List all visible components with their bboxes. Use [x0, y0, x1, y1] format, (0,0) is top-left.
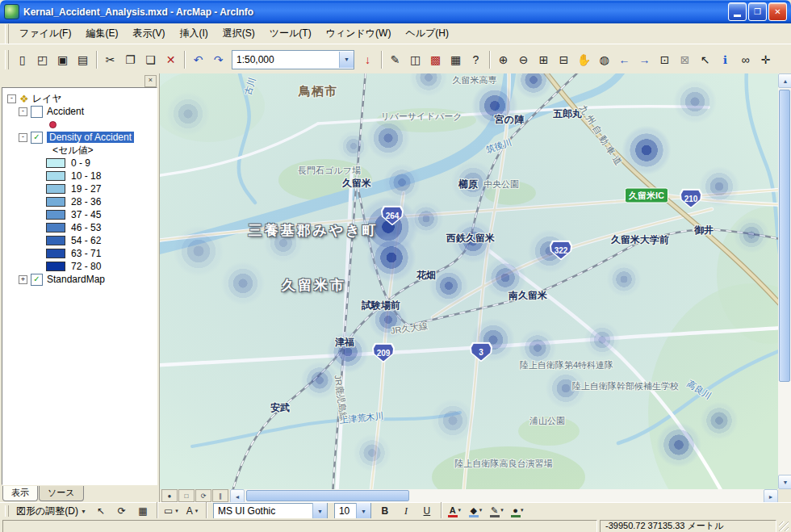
font-color-button[interactable]: A▾ [445, 502, 466, 520]
expand-icon[interactable]: + [19, 275, 27, 284]
drawing-menu-button[interactable]: 図形の調整(D) ▼ [12, 505, 90, 518]
toc-tab-0[interactable]: 表示 [2, 486, 38, 501]
combo-dropdown-icon[interactable]: ▼ [339, 52, 354, 68]
standardmap-checkbox[interactable]: ✓ [31, 274, 43, 286]
b-button[interactable]: B [375, 504, 396, 519]
combo-dropdown-icon[interactable]: ▼ [356, 503, 370, 519]
identify-button[interactable]: ℹ [715, 50, 735, 69]
line-color-button[interactable]: ✎▾ [487, 502, 508, 520]
save-button[interactable]: ▣ [52, 50, 73, 69]
marker-color-button[interactable]: ●▾ [508, 502, 529, 520]
chevron-down-icon: ▼ [81, 509, 86, 514]
pan-button[interactable]: ✋ [574, 50, 594, 69]
vertical-scroll-track[interactable] [778, 88, 791, 475]
menu-item-3[interactable]: 挿入(I) [172, 24, 215, 43]
toc-tab-1[interactable]: ソース [39, 486, 84, 501]
layout-view-button[interactable]: □ [178, 489, 195, 502]
point-symbol-icon[interactable] [49, 121, 56, 128]
menu-item-2[interactable]: 表示(V) [125, 24, 172, 43]
toc-header[interactable]: × [2, 74, 157, 86]
map-vertical-scrollbar[interactable]: ▲ ▼ [778, 73, 791, 489]
horizontal-scroll-thumb[interactable] [246, 490, 409, 501]
font-size-combo[interactable]: 10 ▼ [334, 503, 371, 520]
new-rectangle-button[interactable]: ▭▾ [161, 504, 182, 519]
u-button[interactable]: U [416, 504, 437, 519]
horizontal-scroll-track[interactable] [245, 489, 764, 502]
new-map-button[interactable]: ▯ [12, 50, 32, 69]
arctoolbox-button[interactable]: ▩ [425, 50, 446, 69]
density-checkbox[interactable]: ✓ [31, 132, 43, 144]
combo-dropdown-icon[interactable]: ▼ [312, 503, 327, 519]
collapse-icon[interactable]: - [19, 133, 27, 142]
resize-grip[interactable] [779, 522, 789, 531]
toc-close-button[interactable]: × [144, 75, 157, 87]
menu-item-6[interactable]: ウィンドウ(W) [319, 24, 399, 43]
forward-extent-button[interactable]: → [634, 50, 655, 69]
map-horizontal-scrollbar[interactable]: ◄ ► [230, 489, 778, 502]
restore-button[interactable]: ❐ [748, 2, 767, 21]
standardmap-layer-label[interactable]: StandardMap [47, 274, 105, 285]
toc-row-layers[interactable]: - ❖ レイヤ [2, 92, 157, 105]
pause-drawing-button[interactable]: ∥ [212, 489, 228, 502]
i-button[interactable]: I [396, 504, 416, 519]
scroll-down-button[interactable]: ▼ [778, 475, 791, 489]
copy-button[interactable]: ❐ [120, 50, 140, 69]
menu-grip[interactable] [5, 24, 9, 44]
menu-item-5[interactable]: ツール(T) [262, 24, 319, 43]
zoom-in-button[interactable]: ⊕ [493, 50, 513, 69]
draw-edit-vertices-button[interactable]: ▦ [132, 504, 153, 519]
menu-item-7[interactable]: ヘルプ(H) [398, 24, 456, 43]
redo-button[interactable]: ↷ [208, 50, 228, 69]
draw-select-elements-button[interactable]: ↖ [90, 504, 111, 519]
toolbar-grip[interactable] [5, 50, 9, 69]
print-button[interactable]: ▤ [73, 50, 93, 69]
vertical-scroll-thumb[interactable] [779, 90, 790, 382]
scroll-up-button[interactable]: ▲ [778, 73, 791, 88]
font-combo[interactable]: MS UI Gothic ▼ [213, 503, 328, 520]
menu-item-4[interactable]: 選択(S) [216, 24, 262, 43]
legend-label: 63 - 71 [71, 248, 101, 259]
full-extent-button[interactable]: ◍ [594, 50, 614, 69]
accident-layer-label[interactable]: Accident [47, 106, 84, 117]
fixed-zoom-out-button[interactable]: ⊟ [554, 50, 574, 69]
clear-selection-button[interactable]: ⊠ [675, 50, 695, 69]
data-view-button[interactable]: ● [161, 489, 178, 502]
back-extent-button[interactable]: ← [614, 50, 634, 69]
arccatalog-button[interactable]: ◫ [405, 50, 425, 69]
minimize-button[interactable] [728, 2, 747, 21]
delete-button[interactable]: ✕ [161, 50, 181, 69]
cut-button[interactable]: ✂ [100, 50, 120, 69]
select-features-button[interactable]: ⊡ [655, 50, 675, 69]
collapse-icon[interactable]: - [7, 94, 16, 103]
collapse-icon[interactable]: - [19, 107, 27, 116]
menu-item-0[interactable]: ファイル(F) [12, 24, 78, 43]
close-button[interactable]: ✕ [768, 2, 787, 21]
scale-combo[interactable]: 1:50,000▼ [232, 50, 354, 69]
refresh-view-button[interactable]: ⟳ [195, 489, 211, 502]
draw-rotate-button[interactable]: ⟳ [111, 504, 132, 519]
menu-item-1[interactable]: 編集(E) [78, 24, 125, 43]
editor-toolbar-button[interactable]: ✎ [385, 50, 405, 69]
paste-button[interactable]: ❏ [140, 50, 161, 69]
fixed-zoom-in-button[interactable]: ⊞ [534, 50, 554, 69]
fill-color-button[interactable]: ◆▾ [466, 502, 487, 520]
toc-row-accident[interactable]: - Accident [2, 105, 157, 118]
add-data-button[interactable]: ↓ [358, 50, 378, 69]
command-window-button[interactable]: ▦ [446, 50, 466, 69]
accident-checkbox[interactable] [31, 106, 43, 118]
toc-row-standardmap[interactable]: + ✓ StandardMap [2, 273, 157, 286]
toc-row-density[interactable]: - ✓ Density of Accident [2, 131, 157, 144]
legend-item: 0 - 9 [2, 157, 157, 170]
find-button[interactable]: ∞ [735, 50, 755, 69]
help-button[interactable]: ? [466, 50, 486, 69]
undo-button[interactable]: ↶ [188, 50, 208, 69]
map-canvas[interactable]: 久留米IC 古川鳥栖市久留米高専リバーサイドパーク宮の陣五郎丸九州自動車道筑後川… [160, 73, 779, 489]
new-text-button[interactable]: A▾ [182, 504, 203, 519]
select-elements-button[interactable]: ↖ [695, 50, 715, 69]
open-map-button[interactable]: ◰ [32, 50, 52, 69]
go-to-xy-button[interactable]: ✛ [755, 50, 776, 69]
zoom-out-button[interactable]: ⊖ [513, 50, 534, 69]
density-layer-label[interactable]: Density of Accident [47, 132, 134, 143]
title-bar[interactable]: Kernal_Accident_Analysis.mxd - ArcMap - … [0, 0, 791, 23]
draw-toolbar-grip[interactable] [5, 505, 9, 517]
